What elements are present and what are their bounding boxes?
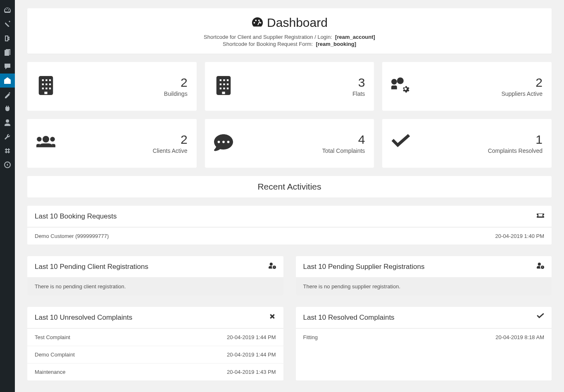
panel-pending-clients: Last 10 Pending Client Registrations The… — [27, 256, 283, 295]
stats-row-1: 2 Buildings 3 Flats 2 Suppliers Active — [27, 62, 552, 111]
users-icon — [36, 133, 55, 154]
shortcode-account-line: Shortcode for Client and Supplier Regist… — [36, 34, 543, 40]
dashboard-header-card: Dashboard Shortcode for Client and Suppl… — [27, 8, 552, 54]
user-clock-icon — [537, 262, 544, 271]
panel-empty-text: There is no pending supplier registratio… — [296, 278, 552, 295]
complaint-name: Demo Complaint — [35, 352, 75, 358]
stat-label: Complaints Resolved — [488, 147, 543, 154]
stat-label: Total Complaints — [322, 147, 365, 154]
close-icon — [269, 313, 276, 322]
stat-value: 1 — [488, 133, 543, 147]
stat-buildings: 2 Buildings — [27, 62, 197, 111]
check-icon — [391, 133, 410, 154]
complaint-row[interactable]: Demo Complaint 20-04-2019 1:44 PM — [27, 346, 283, 363]
complaint-date: 20-04-2019 1:44 PM — [227, 352, 276, 358]
panel-title: Last 10 Resolved Complaints — [303, 314, 395, 322]
panel-pending-suppliers: Last 10 Pending Supplier Registrations T… — [296, 256, 552, 295]
sidebar-item-settings[interactable] — [0, 144, 15, 158]
sidebar-item-appearance[interactable] — [0, 88, 15, 102]
sidebar-item-plugins[interactable] — [0, 102, 15, 116]
complaint-name: Fitting — [303, 334, 318, 340]
ticket-icon — [537, 211, 544, 221]
stat-complaints: 4 Total Complaints — [205, 119, 374, 168]
complaint-date: 20-04-2019 1:43 PM — [227, 369, 276, 375]
sidebar-item-collapse[interactable] — [0, 158, 15, 172]
sidebar-item-posts[interactable] — [0, 17, 15, 31]
booking-date: 20-04-2019 1:40 PM — [495, 233, 544, 239]
sidebar-item-dashboard[interactable] — [0, 3, 15, 17]
users-cog-icon — [391, 76, 410, 97]
stat-value: 3 — [352, 76, 365, 90]
wp-admin-sidebar — [0, 0, 15, 392]
stat-value: 4 — [322, 133, 365, 147]
stat-value: 2 — [501, 76, 543, 90]
stat-resolved: 1 Complaints Resolved — [382, 119, 552, 168]
sidebar-item-tools[interactable] — [0, 130, 15, 144]
booking-customer: Demo Customer (9999999777) — [35, 233, 109, 239]
recent-activities-header: Recent Activities — [27, 176, 552, 197]
panel-title: Last 10 Booking Requests — [35, 212, 117, 221]
panel-empty-text: There is no pending client registration. — [27, 278, 283, 295]
stat-clients: 2 Clients Active — [27, 119, 197, 168]
check-icon — [537, 313, 544, 322]
panel-title: Last 10 Pending Client Registrations — [35, 263, 148, 271]
sidebar-item-media[interactable] — [0, 31, 15, 45]
complaint-row[interactable]: Test Complaint 20-04-2019 1:44 PM — [27, 328, 283, 346]
shortcode-account-label: Shortcode for Client and Supplier Regist… — [204, 34, 332, 40]
dashboard-icon — [251, 17, 264, 29]
panel-title: Last 10 Pending Supplier Registrations — [303, 263, 425, 271]
shortcode-booking-label: Shortcode for Booking Request Form: — [223, 41, 313, 47]
stat-label: Flats — [352, 90, 365, 97]
complaint-name: Test Complaint — [35, 334, 70, 340]
sidebar-item-pages[interactable] — [0, 45, 15, 59]
panel-resolved: Last 10 Resolved Complaints Fitting 20-0… — [296, 307, 552, 380]
stats-row-2: 2 Clients Active 4 Total Complaints 1 Co… — [27, 119, 552, 168]
shortcode-account-code: [ream_account] — [335, 34, 375, 40]
stat-value: 2 — [153, 133, 188, 147]
complaint-date: 20-04-2019 1:44 PM — [227, 334, 276, 340]
stat-value: 2 — [164, 76, 188, 90]
sidebar-item-realestate[interactable] — [0, 74, 15, 88]
shortcode-booking-code: [ream_booking] — [316, 41, 356, 47]
stat-label: Buildings — [164, 90, 188, 97]
complaint-row[interactable]: Maintenance 20-04-2019 1:43 PM — [27, 363, 283, 380]
panel-unresolved: Last 10 Unresolved Complaints Test Compl… — [27, 307, 283, 380]
building-icon — [214, 76, 233, 97]
comment-icon — [214, 133, 233, 154]
page-title-text: Dashboard — [267, 16, 328, 30]
sidebar-item-users[interactable] — [0, 116, 15, 130]
booking-row[interactable]: Demo Customer (9999999777) 20-04-2019 1:… — [27, 227, 552, 245]
complaint-name: Maintenance — [35, 369, 65, 375]
building-icon — [36, 76, 55, 97]
complaint-row[interactable]: Fitting 20-04-2019 8:18 AM — [296, 328, 552, 346]
shortcode-booking-line: Shortcode for Booking Request Form: [rea… — [36, 41, 543, 47]
panel-title: Last 10 Unresolved Complaints — [35, 314, 132, 322]
complaint-date: 20-04-2019 8:18 AM — [495, 334, 544, 340]
user-clock-icon — [269, 262, 276, 271]
stat-flats: 3 Flats — [205, 62, 374, 111]
panel-booking-requests: Last 10 Booking Requests Demo Customer (… — [27, 206, 552, 245]
stat-suppliers: 2 Suppliers Active — [382, 62, 552, 111]
stat-label: Clients Active — [153, 147, 188, 154]
stat-label: Suppliers Active — [501, 90, 543, 97]
page-title: Dashboard — [251, 16, 328, 30]
sidebar-item-comments[interactable] — [0, 59, 15, 74]
main-content: Dashboard Shortcode for Client and Suppl… — [15, 0, 564, 392]
